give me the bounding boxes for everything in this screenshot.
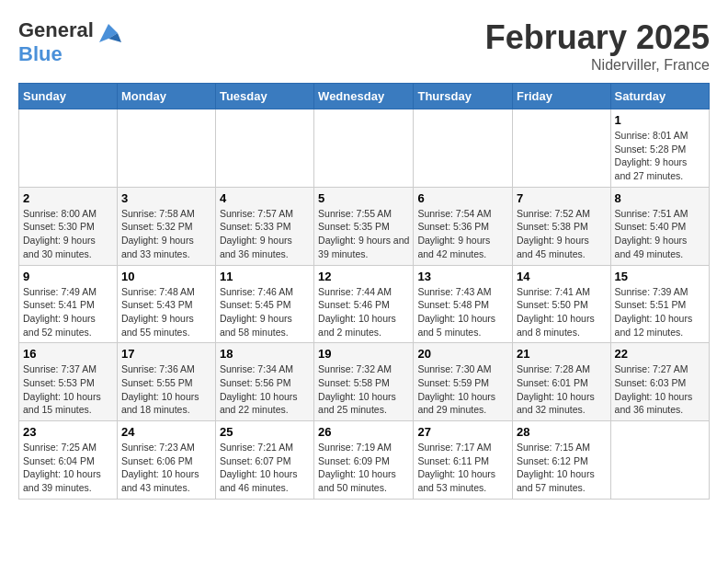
table-row xyxy=(314,109,414,188)
day-info: Sunrise: 7:43 AM Sunset: 5:48 PM Dayligh… xyxy=(417,285,508,339)
table-row: 20Sunrise: 7:30 AM Sunset: 5:59 PM Dayli… xyxy=(414,343,513,421)
table-row: 21Sunrise: 7:28 AM Sunset: 6:01 PM Dayli… xyxy=(513,343,611,421)
day-info: Sunrise: 7:44 AM Sunset: 5:46 PM Dayligh… xyxy=(318,285,409,339)
day-info: Sunrise: 7:23 AM Sunset: 6:06 PM Dayligh… xyxy=(121,441,211,495)
table-row: 2Sunrise: 8:00 AM Sunset: 5:30 PM Daylig… xyxy=(19,187,118,265)
header-sunday: Sunday xyxy=(19,84,118,109)
table-row xyxy=(117,109,215,188)
header-saturday: Saturday xyxy=(610,84,709,109)
logo-general: General xyxy=(18,18,94,41)
day-info: Sunrise: 8:00 AM Sunset: 5:30 PM Dayligh… xyxy=(23,207,113,261)
day-number: 5 xyxy=(318,191,409,205)
day-info: Sunrise: 7:15 AM Sunset: 6:12 PM Dayligh… xyxy=(517,441,607,495)
calendar-week-row: 1Sunrise: 8:01 AM Sunset: 5:28 PM Daylig… xyxy=(19,109,710,188)
table-row: 10Sunrise: 7:48 AM Sunset: 5:43 PM Dayli… xyxy=(117,265,215,343)
day-number: 25 xyxy=(220,425,310,439)
table-row: 22Sunrise: 7:27 AM Sunset: 6:03 PM Dayli… xyxy=(610,343,709,421)
day-number: 17 xyxy=(121,347,211,361)
day-number: 8 xyxy=(615,191,705,205)
table-row: 17Sunrise: 7:36 AM Sunset: 5:55 PM Dayli… xyxy=(117,343,215,421)
day-number: 27 xyxy=(417,425,508,439)
day-info: Sunrise: 7:49 AM Sunset: 5:41 PM Dayligh… xyxy=(23,285,113,339)
day-number: 14 xyxy=(517,270,607,283)
calendar-week-row: 16Sunrise: 7:37 AM Sunset: 5:53 PM Dayli… xyxy=(19,343,710,421)
table-row: 12Sunrise: 7:44 AM Sunset: 5:46 PM Dayli… xyxy=(314,265,414,343)
table-row: 4Sunrise: 7:57 AM Sunset: 5:33 PM Daylig… xyxy=(215,187,313,265)
month-title: February 2025 xyxy=(485,18,710,57)
day-info: Sunrise: 7:52 AM Sunset: 5:38 PM Dayligh… xyxy=(517,207,607,261)
day-number: 20 xyxy=(417,347,508,361)
day-number: 3 xyxy=(121,191,211,205)
day-number: 21 xyxy=(517,347,607,361)
calendar-week-row: 2Sunrise: 8:00 AM Sunset: 5:30 PM Daylig… xyxy=(19,187,710,265)
day-info: Sunrise: 7:57 AM Sunset: 5:33 PM Dayligh… xyxy=(220,207,310,261)
table-row xyxy=(610,421,709,500)
day-info: Sunrise: 7:30 AM Sunset: 5:59 PM Dayligh… xyxy=(417,362,508,417)
day-info: Sunrise: 8:01 AM Sunset: 5:28 PM Dayligh… xyxy=(615,129,705,183)
day-info: Sunrise: 7:55 AM Sunset: 5:35 PM Dayligh… xyxy=(318,207,409,261)
table-row: 11Sunrise: 7:46 AM Sunset: 5:45 PM Dayli… xyxy=(215,265,313,343)
day-info: Sunrise: 7:19 AM Sunset: 6:09 PM Dayligh… xyxy=(318,441,409,495)
table-row: 6Sunrise: 7:54 AM Sunset: 5:36 PM Daylig… xyxy=(414,187,513,265)
day-number: 15 xyxy=(615,270,705,283)
location-title: Niderviller, France xyxy=(485,57,710,74)
day-number: 10 xyxy=(121,270,211,283)
day-info: Sunrise: 7:58 AM Sunset: 5:32 PM Dayligh… xyxy=(121,207,211,261)
day-info: Sunrise: 7:21 AM Sunset: 6:07 PM Dayligh… xyxy=(220,441,310,495)
table-row: 23Sunrise: 7:25 AM Sunset: 6:04 PM Dayli… xyxy=(19,421,118,500)
day-info: Sunrise: 7:32 AM Sunset: 5:58 PM Dayligh… xyxy=(318,362,409,417)
day-number: 19 xyxy=(318,347,409,361)
day-number: 7 xyxy=(517,191,607,205)
header-tuesday: Tuesday xyxy=(215,84,313,109)
day-number: 9 xyxy=(23,270,113,283)
day-info: Sunrise: 7:36 AM Sunset: 5:55 PM Dayligh… xyxy=(121,362,211,417)
day-info: Sunrise: 7:34 AM Sunset: 5:56 PM Dayligh… xyxy=(220,362,310,417)
day-info: Sunrise: 7:51 AM Sunset: 5:40 PM Dayligh… xyxy=(615,207,705,261)
table-row: 28Sunrise: 7:15 AM Sunset: 6:12 PM Dayli… xyxy=(513,421,611,500)
day-number: 23 xyxy=(23,425,113,439)
table-row: 3Sunrise: 7:58 AM Sunset: 5:32 PM Daylig… xyxy=(117,187,215,265)
table-row: 15Sunrise: 7:39 AM Sunset: 5:51 PM Dayli… xyxy=(610,265,709,343)
table-row: 7Sunrise: 7:52 AM Sunset: 5:38 PM Daylig… xyxy=(513,187,611,265)
day-info: Sunrise: 7:54 AM Sunset: 5:36 PM Dayligh… xyxy=(417,207,508,261)
day-number: 11 xyxy=(220,270,310,283)
calendar-week-row: 9Sunrise: 7:49 AM Sunset: 5:41 PM Daylig… xyxy=(19,265,710,343)
table-row: 25Sunrise: 7:21 AM Sunset: 6:07 PM Dayli… xyxy=(215,421,313,500)
day-number: 1 xyxy=(615,113,705,127)
table-row: 13Sunrise: 7:43 AM Sunset: 5:48 PM Dayli… xyxy=(414,265,513,343)
day-number: 22 xyxy=(615,347,705,361)
day-info: Sunrise: 7:46 AM Sunset: 5:45 PM Dayligh… xyxy=(220,285,310,339)
day-number: 12 xyxy=(318,270,409,283)
header-friday: Friday xyxy=(513,84,611,109)
title-area: February 2025 Niderviller, France xyxy=(485,18,710,74)
header-thursday: Thursday xyxy=(414,84,513,109)
day-info: Sunrise: 7:41 AM Sunset: 5:50 PM Dayligh… xyxy=(517,285,607,339)
day-number: 13 xyxy=(417,270,508,283)
table-row: 26Sunrise: 7:19 AM Sunset: 6:09 PM Dayli… xyxy=(314,421,414,500)
day-number: 16 xyxy=(23,347,113,361)
logo-icon xyxy=(96,20,121,46)
day-info: Sunrise: 7:48 AM Sunset: 5:43 PM Dayligh… xyxy=(121,285,211,339)
day-number: 24 xyxy=(121,425,211,439)
table-row xyxy=(414,109,513,188)
header-monday: Monday xyxy=(117,84,215,109)
day-number: 2 xyxy=(23,191,113,205)
logo-blue: Blue xyxy=(18,42,63,65)
day-number: 26 xyxy=(318,425,409,439)
day-info: Sunrise: 7:37 AM Sunset: 5:53 PM Dayligh… xyxy=(23,362,113,417)
day-number: 28 xyxy=(517,425,607,439)
table-row: 9Sunrise: 7:49 AM Sunset: 5:41 PM Daylig… xyxy=(19,265,118,343)
table-row: 27Sunrise: 7:17 AM Sunset: 6:11 PM Dayli… xyxy=(414,421,513,500)
table-row xyxy=(19,109,118,188)
table-row xyxy=(215,109,313,188)
table-row: 24Sunrise: 7:23 AM Sunset: 6:06 PM Dayli… xyxy=(117,421,215,500)
logo: General Blue xyxy=(18,18,121,66)
day-info: Sunrise: 7:27 AM Sunset: 6:03 PM Dayligh… xyxy=(615,362,705,417)
header-wednesday: Wednesday xyxy=(314,84,414,109)
calendar: Sunday Monday Tuesday Wednesday Thursday… xyxy=(18,83,710,500)
header: General Blue February 2025 Niderviller, … xyxy=(18,18,710,74)
day-info: Sunrise: 7:39 AM Sunset: 5:51 PM Dayligh… xyxy=(615,285,705,339)
day-number: 18 xyxy=(220,347,310,361)
table-row: 18Sunrise: 7:34 AM Sunset: 5:56 PM Dayli… xyxy=(215,343,313,421)
table-row: 19Sunrise: 7:32 AM Sunset: 5:58 PM Dayli… xyxy=(314,343,414,421)
